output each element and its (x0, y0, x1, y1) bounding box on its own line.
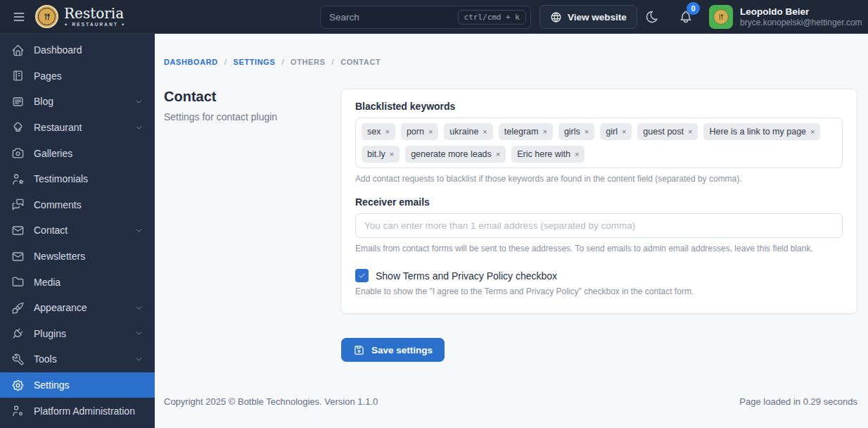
remove-tag-icon[interactable]: × (390, 151, 394, 158)
messages-icon (11, 198, 25, 211)
contact-settings-card: Blacklisted keywords sex× porn× ukraine×… (340, 89, 857, 314)
keyword-tag: sex× (362, 123, 395, 140)
keyword-tag: generate more leads× (405, 146, 506, 163)
remove-tag-icon[interactable]: × (810, 128, 815, 136)
remove-tag-icon[interactable]: × (688, 128, 692, 136)
globe-icon (550, 11, 562, 23)
breadcrumb-settings[interactable]: SETTINGS (234, 58, 276, 66)
blacklist-help-text: Add contact requests to blacklist if tho… (355, 174, 843, 184)
breadcrumb-dashboard[interactable]: DASHBOARD (164, 58, 218, 66)
keyword-tag: porn× (401, 123, 438, 140)
sidebar-item-label: Pages (34, 70, 62, 82)
keyword-tag: Eric here with× (511, 146, 585, 163)
brush-icon (11, 301, 25, 315)
brand-tagline: ✦ RESTAURANT ✦ (64, 22, 127, 27)
sidebar-item-restaurant[interactable]: Restaurant (0, 115, 155, 141)
brand-name: Restoria (64, 6, 127, 20)
sidebar-item-settings[interactable]: Settings (0, 372, 155, 398)
save-settings-button[interactable]: Save settings (341, 338, 445, 362)
save-settings-label: Save settings (371, 345, 433, 355)
view-website-label: View website (568, 12, 627, 23)
sidebar-item-contact[interactable]: Contact (0, 218, 155, 244)
sidebar-item-galleries[interactable]: Galleries (0, 140, 155, 166)
keyword-tag: telegram× (499, 123, 553, 140)
sidebar-item-pages[interactable]: Pages (0, 63, 155, 89)
chevron-down-icon (134, 303, 143, 313)
notification-count-badge[interactable]: 0 (687, 2, 700, 15)
breadcrumb-contact: CONTACT (340, 58, 381, 66)
sidebar-item-label: Galleries (34, 148, 72, 159)
keyword-tag: ukraine× (444, 123, 492, 140)
check-icon (357, 271, 366, 280)
tool-icon (11, 353, 25, 366)
breadcrumb-others: OTHERS (291, 58, 325, 66)
page-load-time: Page loaded in 0.29 seconds (739, 396, 857, 407)
sidebar-item-label: Platform Administration (34, 405, 135, 417)
notebook-icon (11, 69, 25, 82)
terms-checkbox[interactable] (355, 269, 369, 282)
sidebar: Dashboard Pages Blog Restaurant Gallerie… (0, 34, 155, 428)
hamburger-menu-icon[interactable] (11, 10, 27, 24)
blacklisted-keywords-label: Blacklisted keywords (355, 101, 843, 112)
sidebar-item-platform-administration[interactable]: Platform Administration (0, 398, 155, 424)
receiver-emails-input[interactable] (355, 213, 843, 238)
main-content: DASHBOARD / SETTINGS / OTHERS / CONTACT … (155, 34, 868, 428)
search-input[interactable] (329, 12, 458, 23)
sidebar-item-label: Settings (34, 379, 70, 391)
sidebar-item-newsletters[interactable]: Newsletters (0, 244, 155, 270)
sidebar-item-comments[interactable]: Comments (0, 192, 155, 218)
user-star-icon (11, 172, 25, 186)
chef-hat-icon (11, 121, 25, 134)
sidebar-item-media[interactable]: Media (0, 269, 155, 295)
remove-tag-icon[interactable]: × (575, 151, 579, 158)
chevron-down-icon (134, 97, 143, 106)
remove-tag-icon[interactable]: × (385, 128, 389, 136)
home-icon (11, 44, 25, 57)
terms-checkbox-label[interactable]: Show Terms and Privacy Policy checkbox (376, 270, 557, 282)
camera-icon (11, 146, 25, 160)
brand-logo[interactable]: Restoria ✦ RESTAURANT ✦ (35, 5, 127, 28)
keyword-tag: bit.ly× (362, 146, 400, 163)
remove-tag-icon[interactable]: × (428, 128, 433, 136)
terms-help-text: Enable to show the "I agree to the Terms… (355, 287, 843, 296)
sidebar-item-label: Comments (34, 199, 82, 210)
user-name: Leopoldo Beier (740, 6, 862, 18)
sidebar-item-label: Plugins (34, 328, 66, 339)
sidebar-item-appearance[interactable]: Appearance (0, 295, 155, 321)
chevron-down-icon (134, 355, 143, 364)
sidebar-item-label: Appearance (34, 302, 87, 313)
keyword-tag: guest post× (637, 123, 698, 140)
remove-tag-icon[interactable]: × (585, 128, 589, 136)
sidebar-item-label: Media (34, 277, 60, 288)
sidebar-item-label: Tools (34, 353, 57, 365)
remove-tag-icon[interactable]: × (622, 128, 626, 136)
chevron-down-icon (134, 226, 143, 235)
sidebar-item-label: Blog (34, 96, 53, 107)
dark-mode-toggle-icon[interactable] (645, 10, 659, 24)
keyword-tag: girl× (600, 123, 632, 140)
remove-tag-icon[interactable]: × (496, 151, 500, 158)
plug-icon (11, 327, 25, 340)
remove-tag-icon[interactable]: × (483, 128, 487, 136)
sidebar-item-testimonials[interactable]: Testimonials (0, 166, 155, 192)
sidebar-item-tools[interactable]: Tools (0, 346, 155, 372)
user-email: bryce.konopelski@hettinger.com (740, 18, 862, 28)
user-menu[interactable]: Leopoldo Beier bryce.konopelski@hettinge… (709, 5, 862, 29)
mail-icon (11, 224, 25, 237)
sidebar-item-dashboard[interactable]: Dashboard (0, 37, 155, 63)
article-icon (11, 95, 25, 108)
restaurant-logo-icon (35, 5, 58, 28)
page-title: Contact (164, 89, 340, 105)
keyword-tag: Here is a link to my page× (703, 123, 820, 140)
page-subtitle: Settings for contact plugin (164, 111, 340, 122)
blacklisted-keywords-field[interactable]: sex× porn× ukraine× telegram× girls× gir… (355, 118, 843, 168)
page-footer: Copyright 2025 © Botble Technologies. Ve… (164, 396, 857, 407)
sidebar-item-blog[interactable]: Blog (0, 89, 155, 115)
remove-tag-icon[interactable]: × (542, 128, 547, 136)
sidebar-item-plugins[interactable]: Plugins (0, 321, 155, 347)
view-website-button[interactable]: View website (540, 5, 637, 29)
global-search[interactable]: ctrl/cmd + k (320, 6, 531, 29)
avatar (709, 5, 733, 29)
sidebar-item-label: Testimonials (34, 173, 88, 184)
mail-icon (11, 250, 25, 263)
